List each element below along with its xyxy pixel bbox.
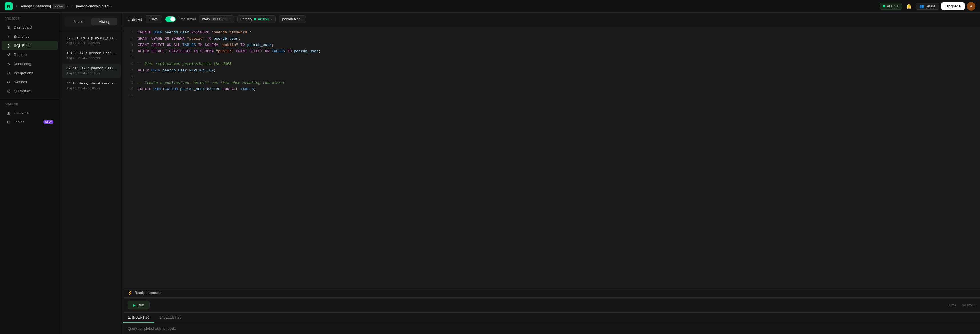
history-item[interactable]: CREATE USER peerdb_user... Aug 10, 2024 … [62, 64, 121, 78]
settings-icon: ⚙ [6, 80, 11, 84]
status-indicator [883, 5, 885, 8]
branch-badge: DEFAULT [211, 17, 227, 21]
query-result-text: Query completed with no result. [127, 326, 176, 331]
sidebar-item-restore[interactable]: ↺ Restore [2, 50, 58, 59]
user-name: Amogh Bharadwaj [21, 4, 51, 8]
ready-icon: ⚡ [127, 291, 132, 295]
branches-icon: ⑂ [6, 34, 11, 38]
toggle-thumb [170, 17, 175, 21]
history-item-date: Aug 10, 2024 - 10:22pm [66, 56, 116, 60]
sidebar-item-branches[interactable]: ⑂ Branches [2, 32, 58, 41]
line-number: 8 [127, 74, 133, 80]
restore-icon: ↺ [6, 52, 11, 57]
line-number: 4 [127, 48, 133, 54]
code-editor[interactable]: 1 CREATE USER peerdb_user PASSWORD 'peer… [123, 26, 980, 288]
line-number: 11 [127, 92, 133, 99]
sidebar-item-label: SQL Editor [14, 43, 32, 47]
save-button[interactable]: Save [145, 16, 162, 23]
history-items: INSERT INTO playing_wit... Aug 10, 2024 … [60, 31, 123, 334]
sidebar-item-label: Quickstart [14, 89, 30, 93]
status-text: ALL OK [887, 4, 899, 8]
sidebar-item-integrations[interactable]: ⊕ Integrations [2, 68, 58, 78]
ready-text: Ready to connect [135, 291, 161, 295]
result-content: Query completed with no result. [123, 323, 980, 334]
sidebar-item-label: Integrations [14, 71, 33, 75]
tab-saved[interactable]: Saved [65, 18, 91, 25]
history-item[interactable]: INSERT INTO playing_wit... Aug 10, 2024 … [62, 33, 121, 47]
code-line: 5 [123, 54, 980, 61]
code-content: ALTER DEFAULT PRIVILEGES IN SCHEMA "publ… [138, 48, 975, 54]
code-content: ALTER USER peerdb_user REPLICATION; [138, 67, 975, 74]
time-travel-toggle: Time Travel [165, 16, 196, 22]
code-content: CREATE PUBLICATION peerdb_publication FO… [138, 86, 975, 92]
code-line: 10 CREATE PUBLICATION peerdb_publication… [123, 86, 980, 92]
history-header: Saved History [60, 13, 123, 31]
sidebar-item-overview[interactable]: ▣ Overview [2, 108, 58, 117]
branch-section-label: BRANCH [0, 103, 60, 108]
code-line: 8 [123, 74, 980, 80]
code-line: 2 GRANT USAGE ON SCHEMA "public" TO peer… [123, 36, 980, 42]
project-selector[interactable]: peerdb-neon-project ▾ [76, 4, 112, 8]
compute-status: ACTIVE [258, 17, 269, 21]
line-number: 1 [127, 29, 133, 36]
history-item-title: /* In Neon, databases a... [66, 82, 116, 85]
code-line: 3 GRANT SELECT ON ALL TABLES IN SCHEMA "… [123, 42, 980, 48]
project-chevron-icon: ▾ [111, 5, 112, 8]
tab-history[interactable]: History [91, 18, 118, 25]
code-line: 7 ALTER USER peerdb_user REPLICATION; [123, 67, 980, 74]
line-number: 2 [127, 36, 133, 42]
system-status: ALL OK [880, 3, 902, 10]
sidebar-item-dashboard[interactable]: ▣ Dashboard [2, 22, 58, 32]
branch-chevron-icon: ▾ [229, 18, 231, 21]
avatar[interactable]: A [967, 2, 975, 11]
branch-name: main [202, 17, 210, 21]
compute-name: Primary [240, 17, 252, 21]
run-button[interactable]: ▶ Run [127, 301, 150, 309]
code-content [138, 74, 975, 80]
nav-separator: / [16, 4, 17, 8]
user-plan-badge: FREE [52, 4, 65, 9]
user-menu[interactable]: Amogh Bharadwaj FREE ▾ [21, 4, 68, 9]
compute-selector[interactable]: Primary ACTIVE ▾ [237, 16, 276, 23]
share-button[interactable]: 👥 Share [916, 3, 939, 10]
code-content: -- Give replication permission to the US… [138, 61, 975, 67]
database-selector[interactable]: peerdb-test ▾ [279, 16, 306, 23]
upgrade-button[interactable]: Upgrade [942, 2, 964, 10]
sidebar-item-quickstart[interactable]: ◎ Quickstart [2, 87, 58, 96]
result-tab-insert[interactable]: 1: INSERT 10 [123, 313, 154, 323]
sidebar-item-settings[interactable]: ⚙ Settings [2, 78, 58, 87]
history-item-date: Aug 10, 2024 - 10:05pm [66, 87, 116, 90]
database-chevron-icon: ▾ [301, 18, 303, 21]
result-tab-select[interactable]: 2: SELECT 20 [154, 313, 187, 323]
sidebar-item-monitoring[interactable]: ∿ Monitoring [2, 59, 58, 68]
line-number: 3 [127, 42, 133, 48]
code-content: GRANT SELECT ON ALL TABLES IN SCHEMA "pu… [138, 42, 975, 48]
tables-icon: ⊞ [6, 120, 11, 124]
code-line: 6 -- Give replication permission to the … [123, 61, 980, 67]
time-travel-switch[interactable] [165, 16, 175, 22]
share-label: Share [926, 4, 936, 8]
history-panel: Saved History INSERT INTO playing_wit...… [60, 13, 123, 334]
result-tabs-header: 1: INSERT 10 2: SELECT 20 [123, 313, 980, 323]
run-icon: ▶ [133, 303, 135, 307]
sql-editor-icon: ❯ [6, 43, 11, 47]
project-section-label: PROJECT [0, 17, 60, 22]
compute-chevron-icon: ▾ [271, 18, 272, 21]
notifications-button[interactable]: 🔔 [904, 2, 913, 11]
sidebar-item-label: Overview [14, 111, 29, 115]
sidebar-item-label: Branches [14, 34, 29, 38]
sidebar-item-tables[interactable]: ⊞ Tables NEW [2, 117, 58, 127]
sidebar-item-label: Dashboard [14, 25, 32, 29]
code-content: GRANT USAGE ON SCHEMA "public" TO peerdb… [138, 36, 975, 42]
run-result: No result [962, 303, 975, 307]
line-number: 5 [127, 54, 133, 61]
run-panel: ▶ Run 86ms No result [123, 298, 980, 312]
history-item[interactable]: /* In Neon, databases a... Aug 10, 2024 … [62, 79, 121, 93]
run-stats: 86ms No result [948, 303, 975, 307]
sidebar-item-sql-editor[interactable]: ❯ SQL Editor [2, 41, 58, 50]
branch-selector[interactable]: main DEFAULT ▾ [199, 16, 234, 23]
history-item[interactable]: ALTER USER peerdb_user ... Aug 10, 2024 … [62, 49, 121, 63]
history-item-title: CREATE USER peerdb_user... [66, 66, 116, 71]
compute-active-dot [254, 18, 256, 20]
nav-separator-2: / [72, 4, 73, 8]
